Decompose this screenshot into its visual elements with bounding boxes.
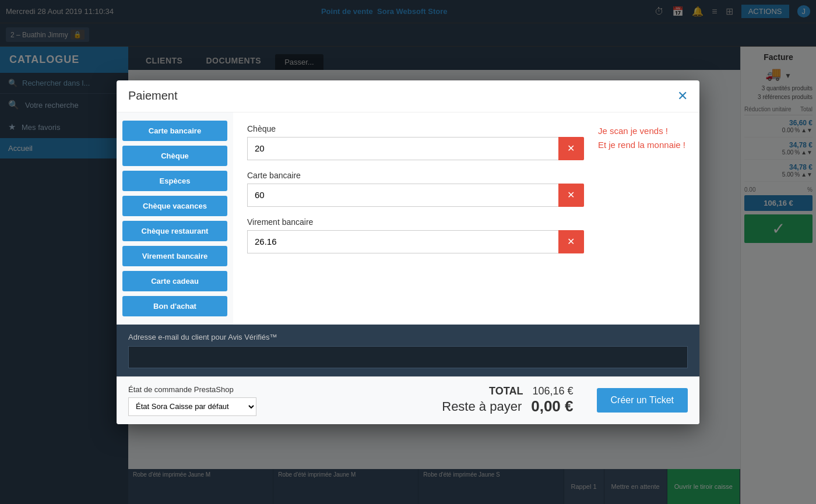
payment-modal: Paiement ✕ Carte bancaire Chèque Espèces… [117,80,699,424]
promo-text: Je scan je vends ! Et je rend la monnaie… [598,112,699,325]
carte-bancaire-remove-button[interactable]: ✕ [558,184,584,207]
email-section: Adresse e-mail du client pour Avis Vérif… [117,325,699,376]
carte-bancaire-label: Carte bancaire [247,171,584,180]
payment-methods-panel: Carte bancaire Chèque Espèces Chèque vac… [117,112,233,325]
virement-remove-button[interactable]: ✕ [558,230,584,253]
order-state-section: État de commande PrestaShop État Sora Ca… [128,385,256,416]
carte-bancaire-input[interactable] [247,184,558,207]
order-state-label: État de commande PrestaShop [128,385,256,394]
cheque-input[interactable] [247,137,558,160]
payment-carte-bancaire[interactable]: Carte bancaire [122,121,227,141]
email-label: Adresse e-mail du client pour Avis Vérif… [128,333,688,341]
payment-cheque[interactable]: Chèque [122,146,227,166]
payment-cheque-restaurant[interactable]: Chèque restaurant [122,221,227,241]
payment-cheque-vacances[interactable]: Chèque vacances [122,196,227,216]
totals-display: TOTAL 106,16 € Reste à payer 0,00 € [442,385,573,415]
reste-label: Reste à payer [442,399,522,414]
payment-especes[interactable]: Espèces [122,171,227,191]
total-row: TOTAL 106,16 € [489,385,573,397]
email-input[interactable] [128,346,688,368]
payment-virement-bancaire[interactable]: Virement bancaire [122,246,227,266]
field-group-virement: Virement bancaire ✕ [247,217,584,253]
modal-footer: État de commande PrestaShop État Sora Ca… [117,376,699,424]
field-group-carte-bancaire: Carte bancaire ✕ [247,171,584,207]
cheque-label: Chèque [247,124,584,133]
modal-title: Paiement [128,89,178,103]
carte-bancaire-row: ✕ [247,184,584,207]
cheque-row: ✕ [247,137,584,160]
reste-amount: 0,00 € [531,397,573,415]
payment-fields-area: Chèque ✕ Carte bancaire ✕ Virement banca… [233,112,598,325]
payment-bon-achat[interactable]: Bon d'achat [122,296,227,316]
modal-body: Carte bancaire Chèque Espèces Chèque vac… [117,112,699,325]
virement-label: Virement bancaire [247,217,584,227]
reste-row: Reste à payer 0,00 € [442,397,573,415]
total-label: TOTAL [489,385,523,397]
footer-right: TOTAL 106,16 € Reste à payer 0,00 € Crée… [442,385,688,415]
total-amount: 106,16 € [532,385,573,397]
cheque-remove-button[interactable]: ✕ [558,137,584,160]
modal-close-button[interactable]: ✕ [677,89,688,104]
virement-input[interactable] [247,230,558,253]
field-group-cheque: Chèque ✕ [247,124,584,160]
modal-header: Paiement ✕ [117,80,699,112]
payment-carte-cadeau[interactable]: Carte cadeau [122,271,227,291]
modal-overlay: Paiement ✕ Carte bancaire Chèque Espèces… [0,0,816,504]
order-state-select[interactable]: État Sora Caisse par défaut [128,397,256,416]
virement-row: ✕ [247,230,584,253]
create-ticket-button[interactable]: Créer un Ticket [597,388,688,413]
